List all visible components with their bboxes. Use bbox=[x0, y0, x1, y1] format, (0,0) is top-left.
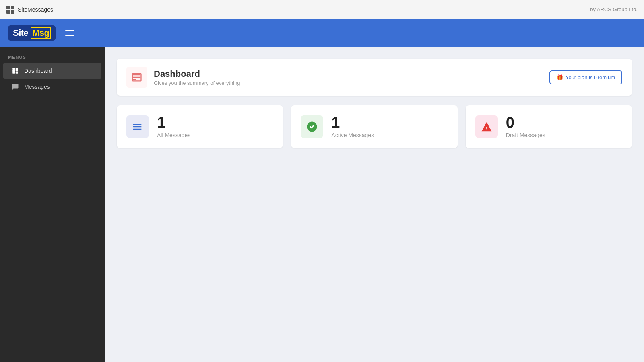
stat-label-all-messages: All Messages bbox=[157, 132, 190, 138]
hamburger-line bbox=[65, 35, 74, 36]
dashboard-header-card: Dashboard Gives you the summary of every… bbox=[117, 59, 632, 96]
dashboard-subtitle: Gives you the summary of everything bbox=[154, 80, 240, 86]
stat-count-active-messages: 1 bbox=[331, 115, 374, 130]
sidebar-section-label: MENUS bbox=[0, 55, 105, 60]
dashboard-text: Dashboard Gives you the summary of every… bbox=[154, 69, 240, 86]
stats-grid: 1 All Messages 1 Active Messages bbox=[117, 105, 632, 148]
main-content: Dashboard Gives you the summary of every… bbox=[105, 47, 644, 362]
grid-icon bbox=[6, 6, 14, 14]
dashboard-header-left: Dashboard Gives you the summary of every… bbox=[126, 67, 240, 88]
sidebar-item-messages-label: Messages bbox=[24, 84, 50, 90]
dashboard-icon bbox=[11, 67, 19, 75]
stat-label-draft-messages: Draft Messages bbox=[506, 132, 545, 138]
header: Site Msg bbox=[0, 19, 644, 47]
app-name: SiteMessages bbox=[18, 6, 53, 13]
svg-text:!: ! bbox=[486, 126, 487, 132]
svg-rect-6 bbox=[133, 129, 134, 130]
messages-icon bbox=[11, 83, 19, 91]
stat-info-all-messages: 1 All Messages bbox=[157, 115, 190, 138]
check-circle-icon bbox=[301, 115, 323, 138]
svg-rect-5 bbox=[133, 126, 134, 127]
gift-icon: 🎁 bbox=[557, 74, 563, 80]
dashboard-title: Dashboard bbox=[154, 69, 240, 79]
dashboard-page-icon bbox=[126, 67, 147, 88]
hamburger-button[interactable] bbox=[64, 29, 76, 37]
svg-rect-4 bbox=[133, 124, 134, 125]
warning-icon: ! bbox=[475, 115, 498, 138]
sidebar-item-dashboard-label: Dashboard bbox=[24, 68, 52, 74]
stat-count-draft-messages: 0 bbox=[506, 115, 545, 130]
stat-card-active-messages: 1 Active Messages bbox=[291, 105, 457, 148]
svg-rect-1 bbox=[12, 70, 15, 74]
top-bar-credit: by ARCS Group Ltd. bbox=[590, 6, 638, 12]
app-container: Site Msg MENUS Dashboar bbox=[0, 19, 644, 362]
sidebar: MENUS Dashboard bbox=[0, 47, 105, 362]
list-icon bbox=[126, 115, 149, 138]
body-container: MENUS Dashboard bbox=[0, 47, 644, 362]
hamburger-line bbox=[65, 33, 74, 33]
top-bar: SiteMessages by ARCS Group Ltd. bbox=[0, 0, 644, 19]
premium-button[interactable]: 🎁 Your plan is Premium bbox=[549, 70, 622, 84]
svg-rect-3 bbox=[16, 72, 18, 74]
sidebar-item-messages[interactable]: Messages bbox=[3, 79, 101, 95]
svg-rect-0 bbox=[12, 68, 15, 70]
svg-rect-2 bbox=[16, 68, 18, 71]
site-msg-logo: Site Msg bbox=[8, 25, 56, 41]
hamburger-line bbox=[65, 30, 74, 31]
stat-label-active-messages: Active Messages bbox=[331, 132, 374, 138]
stat-card-draft-messages: ! 0 Draft Messages bbox=[466, 105, 632, 148]
sidebar-item-dashboard[interactable]: Dashboard bbox=[3, 63, 101, 79]
top-bar-left: SiteMessages bbox=[6, 6, 53, 14]
stat-count-all-messages: 1 bbox=[157, 115, 190, 130]
premium-button-label: Your plan is Premium bbox=[566, 74, 615, 80]
stat-info-draft-messages: 0 Draft Messages bbox=[506, 115, 545, 138]
stat-card-all-messages: 1 All Messages bbox=[117, 105, 283, 148]
stat-info-active-messages: 1 Active Messages bbox=[331, 115, 374, 138]
